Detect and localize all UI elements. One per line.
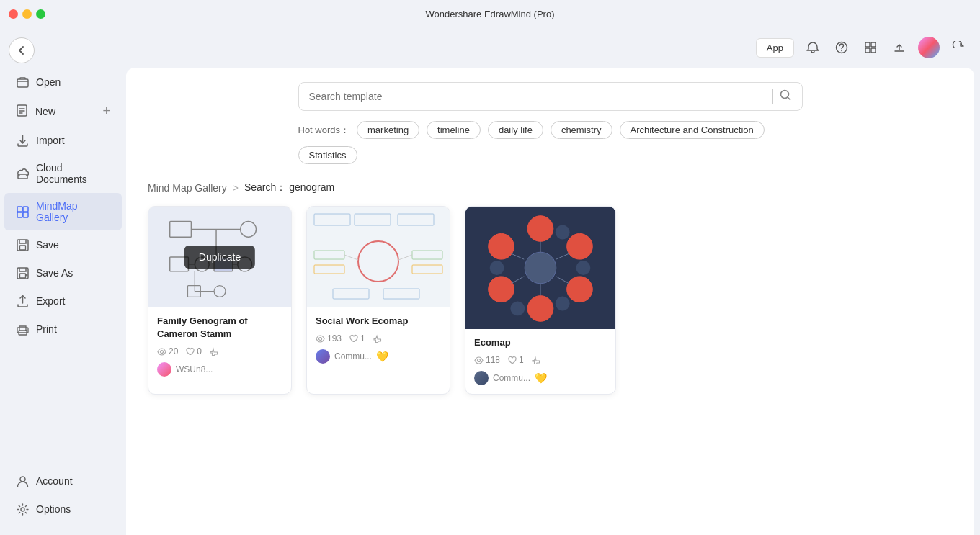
main-content: Hot words： marketing timeline daily life… bbox=[126, 68, 974, 535]
svg-point-57 bbox=[567, 277, 593, 302]
sidebar-item-save-as[interactable]: Save As bbox=[4, 259, 122, 287]
save-as-label: Save As bbox=[36, 267, 73, 279]
sidebar: Open New + bbox=[0, 27, 126, 535]
new-icon bbox=[16, 104, 28, 119]
svg-point-64 bbox=[510, 302, 525, 316]
help-icon[interactable] bbox=[832, 37, 852, 58]
svg-rect-39 bbox=[311, 211, 445, 303]
new-plus-icon: + bbox=[102, 104, 110, 119]
svg-point-59 bbox=[489, 277, 514, 302]
sidebar-item-mindmap-gallery[interactable]: MindMap Gallery bbox=[4, 193, 122, 230]
card-social-ecomap[interactable]: Social Work Ecomap 193 1 bbox=[306, 206, 450, 395]
options-label: Options bbox=[36, 503, 71, 515]
save-label: Save bbox=[36, 239, 59, 251]
app-title: Wondershare EdrawMind (Pro) bbox=[426, 9, 555, 19]
svg-rect-5 bbox=[17, 212, 22, 217]
hot-word-chemistry[interactable]: chemistry bbox=[551, 121, 612, 139]
sidebar-item-import[interactable]: Import bbox=[4, 127, 122, 154]
card-ecomap[interactable]: Ecomap 118 1 bbox=[465, 206, 616, 395]
premium-badge-2: 💛 bbox=[376, 351, 388, 362]
author-name-1: WSUn8... bbox=[176, 364, 213, 374]
sidebar-item-export[interactable]: Export bbox=[4, 287, 122, 315]
card-family-genogram[interactable]: Duplicate Family Genogram of Cameron Sta… bbox=[148, 206, 292, 395]
gallery-icon bbox=[16, 205, 29, 218]
card-stats-3: 118 1 bbox=[474, 355, 607, 365]
card-title-1: Family Genogram of Cameron Stamm bbox=[157, 315, 282, 341]
options-icon bbox=[16, 503, 29, 516]
hot-word-marketing[interactable]: marketing bbox=[357, 121, 419, 139]
author-avatar-3 bbox=[474, 371, 489, 385]
hot-words: Hot words： marketing timeline daily life… bbox=[298, 121, 803, 164]
sidebar-item-options[interactable]: Options bbox=[4, 495, 122, 523]
minimize-button[interactable] bbox=[22, 9, 32, 19]
close-button[interactable] bbox=[9, 9, 18, 19]
sidebar-item-new[interactable]: New + bbox=[4, 96, 122, 126]
new-label: New bbox=[35, 106, 55, 117]
svg-point-17 bbox=[841, 50, 842, 52]
maximize-button[interactable] bbox=[36, 9, 45, 19]
svg-point-63 bbox=[556, 297, 570, 311]
duplicate-overlay[interactable]: Duplicate bbox=[184, 246, 255, 269]
cloud-docs-label: Cloud Documents bbox=[36, 162, 110, 185]
hot-word-daily-life[interactable]: daily life bbox=[488, 121, 543, 139]
topbar: App bbox=[126, 27, 980, 68]
author-name-3: Commu... bbox=[493, 373, 530, 383]
back-button[interactable] bbox=[9, 37, 35, 63]
hot-words-label: Hot words： bbox=[298, 124, 350, 137]
card-likes-3: 1 bbox=[507, 355, 524, 365]
svg-rect-10 bbox=[19, 274, 25, 278]
breadcrumb-query: genogram bbox=[289, 181, 334, 193]
notification-icon[interactable] bbox=[803, 37, 823, 58]
svg-point-38 bbox=[161, 350, 164, 353]
sidebar-bottom: Account Options bbox=[0, 467, 126, 529]
breadcrumb-gallery[interactable]: Mind Map Gallery bbox=[148, 182, 227, 194]
sidebar-item-print[interactable]: Print bbox=[4, 315, 122, 343]
svg-point-56 bbox=[567, 233, 593, 259]
export-label: Export bbox=[36, 295, 65, 307]
sidebar-item-account[interactable]: Account bbox=[4, 467, 122, 495]
cloud-upload-icon[interactable] bbox=[889, 37, 909, 58]
author-avatar-1 bbox=[157, 362, 172, 377]
svg-point-15 bbox=[21, 508, 24, 511]
premium-badge-3: 💛 bbox=[535, 372, 547, 384]
card-thumbs-2 bbox=[373, 334, 382, 343]
grid-icon[interactable] bbox=[860, 37, 881, 58]
card-views-3: 118 bbox=[474, 355, 500, 365]
svg-point-60 bbox=[489, 233, 514, 259]
hot-word-timeline[interactable]: timeline bbox=[427, 121, 481, 139]
sidebar-item-open[interactable]: Open bbox=[4, 68, 122, 96]
user-avatar[interactable] bbox=[918, 37, 940, 58]
sidebar-item-cloud[interactable]: Cloud Documents bbox=[4, 155, 122, 192]
hot-word-architecture[interactable]: Architecture and Construction bbox=[620, 121, 765, 139]
cloud-icon bbox=[16, 167, 29, 180]
card-body-2: Social Work Ecomap 193 1 bbox=[307, 307, 450, 372]
svg-rect-6 bbox=[23, 212, 28, 217]
card-likes-2: 1 bbox=[349, 333, 365, 343]
svg-rect-3 bbox=[17, 207, 22, 212]
author-name-2: Commu... bbox=[334, 351, 372, 361]
svg-point-65 bbox=[490, 261, 504, 275]
refresh-icon[interactable] bbox=[948, 37, 968, 58]
sidebar-item-save[interactable]: Save bbox=[4, 231, 122, 258]
window-controls bbox=[9, 9, 45, 19]
search-input[interactable] bbox=[309, 91, 767, 102]
svg-point-58 bbox=[527, 296, 553, 322]
card-body-3: Ecomap 118 1 bbox=[466, 329, 615, 394]
search-bar bbox=[298, 82, 803, 111]
save-as-icon bbox=[16, 266, 29, 279]
cards-grid: Duplicate Family Genogram of Cameron Sta… bbox=[148, 206, 953, 395]
breadcrumb-search: Search： genogram bbox=[244, 181, 334, 194]
app-button[interactable]: App bbox=[756, 38, 794, 58]
search-icon[interactable] bbox=[779, 89, 792, 104]
main-layout: Open New + bbox=[0, 27, 980, 535]
open-icon bbox=[16, 76, 29, 89]
card-thumbs-1 bbox=[209, 347, 218, 356]
ecomap-thumb-svg bbox=[466, 207, 615, 329]
card-title-3: Ecomap bbox=[474, 336, 607, 349]
hot-word-statistics[interactable]: Statistics bbox=[298, 146, 357, 164]
save-icon bbox=[16, 238, 29, 251]
author-avatar-2 bbox=[316, 349, 330, 364]
card-author-1: WSUn8... bbox=[157, 362, 282, 377]
card-views-2: 193 bbox=[316, 333, 342, 343]
content-area: App bbox=[126, 27, 980, 535]
